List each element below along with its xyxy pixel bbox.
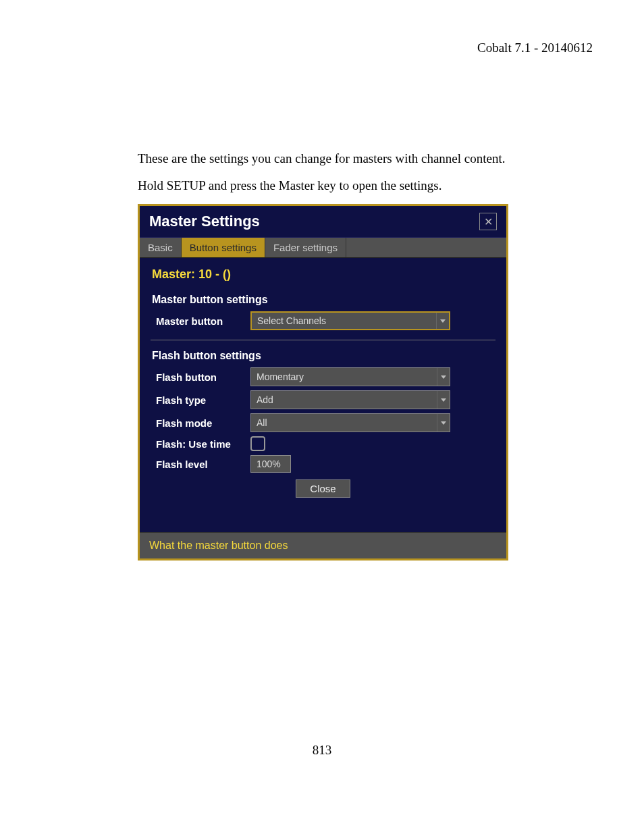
row-flash-level: Flash level 100% <box>152 455 494 473</box>
chevron-down-icon <box>437 368 450 386</box>
dropdown-flash-mode[interactable]: All <box>250 413 450 432</box>
close-icon[interactable]: ✕ <box>479 213 497 230</box>
page-header: Cobalt 7.1 - 20140612 <box>477 41 593 55</box>
dropdown-master-button-value: Select Channels <box>257 315 326 326</box>
label-flash-level: Flash level <box>152 459 250 470</box>
dropdown-flash-button-value: Momentary <box>257 371 304 382</box>
intro-text-1: These are the settings you can change fo… <box>138 151 505 166</box>
dropdown-flash-button[interactable]: Momentary <box>250 367 450 386</box>
tab-fader-settings[interactable]: Fader settings <box>265 238 346 257</box>
tabs: Basic Button settings Fader settings <box>140 238 506 258</box>
label-master-button: Master button <box>152 315 250 327</box>
chevron-down-icon <box>437 391 450 409</box>
close-button[interactable]: Close <box>296 479 350 498</box>
dropdown-flash-type-value: Add <box>257 394 273 405</box>
intro-text-2: Hold SETUP and press the Master key to o… <box>138 178 441 193</box>
dropdown-flash-mode-value: All <box>257 417 267 428</box>
dialog-title: Master Settings <box>149 213 260 230</box>
row-flash-button: Flash button Momentary <box>152 367 494 386</box>
dropdown-flash-type[interactable]: Add <box>250 390 450 409</box>
label-flash-use-time: Flash: Use time <box>152 438 250 450</box>
input-flash-level-value: 100% <box>257 459 281 469</box>
row-flash-mode: Flash mode All <box>152 413 494 432</box>
label-flash-mode: Flash mode <box>152 417 250 429</box>
row-flash-type: Flash type Add <box>152 390 494 409</box>
input-flash-level[interactable]: 100% <box>250 455 291 473</box>
master-label: Master: 10 - () <box>152 267 494 282</box>
footer-text: What the master button does <box>149 540 288 551</box>
chevron-down-icon <box>437 414 450 432</box>
divider <box>151 340 495 340</box>
label-flash-button: Flash button <box>152 371 250 383</box>
dropdown-master-button[interactable]: Select Channels <box>250 311 450 330</box>
label-flash-type: Flash type <box>152 394 250 406</box>
page-number: 813 <box>0 743 644 758</box>
tab-basic[interactable]: Basic <box>140 238 182 257</box>
row-flash-use-time: Flash: Use time <box>152 436 494 451</box>
checkbox-flash-use-time[interactable] <box>250 436 265 451</box>
dialog-footer: What the master button does <box>140 532 506 558</box>
tab-button-settings[interactable]: Button settings <box>182 238 265 257</box>
chevron-down-icon <box>436 313 449 329</box>
section-flash-button: Flash button settings <box>152 350 494 362</box>
dialog-titlebar: Master Settings ✕ <box>140 206 506 238</box>
dialog-content: Master: 10 - () Master button settings M… <box>140 258 506 507</box>
close-action-row: Close <box>152 479 494 498</box>
row-master-button: Master button Select Channels <box>152 311 494 330</box>
master-settings-dialog: Master Settings ✕ Basic Button settings … <box>138 204 508 561</box>
section-master-button: Master button settings <box>152 294 494 306</box>
